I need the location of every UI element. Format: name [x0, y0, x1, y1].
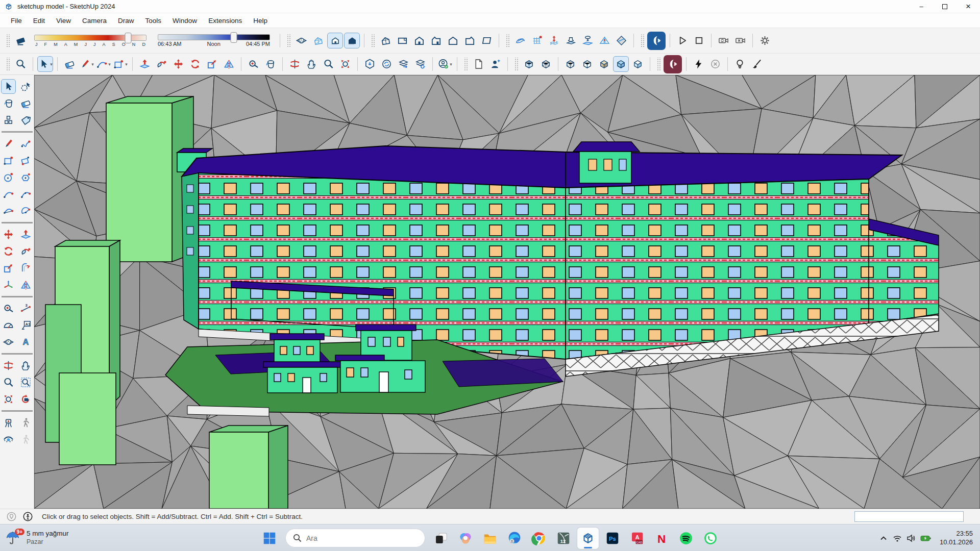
sandbox-from-scratch-button[interactable]: [529, 33, 545, 48]
enscape-settings-button[interactable]: [664, 55, 682, 73]
sandbox-from-contours-button[interactable]: [512, 33, 528, 48]
style-shaded-textures-button[interactable]: [613, 56, 629, 72]
add-detail-button[interactable]: [597, 33, 612, 48]
3d-viewport-canvas[interactable]: [34, 75, 980, 509]
trimble-connect-sync-button[interactable]: [379, 56, 395, 72]
taskbar-clock[interactable]: 23:55 10.01.2026: [940, 530, 973, 547]
time-slider-track[interactable]: [158, 34, 270, 40]
maximize-button[interactable]: [933, 0, 957, 13]
move-tool[interactable]: [1, 227, 16, 242]
tape-measure-tool[interactable]: [1, 301, 16, 316]
flip-edge-button[interactable]: [614, 33, 629, 48]
rotate-tool-button[interactable]: [187, 56, 203, 72]
scale-tool[interactable]: [1, 261, 16, 276]
taskbar-app-autocad[interactable]: [626, 528, 648, 549]
eraser-tool-button[interactable]: [62, 56, 78, 72]
shadow-date-settings-button[interactable]: [293, 33, 309, 48]
animation-play-button[interactable]: [674, 33, 690, 48]
three-point-arc-tool[interactable]: [1, 204, 16, 218]
3d-warehouse-button[interactable]: [362, 56, 378, 72]
close-button[interactable]: ×: [957, 0, 980, 13]
show-shadows-button[interactable]: [327, 33, 343, 48]
rectangle-tool[interactable]: [1, 153, 16, 168]
user-credit-status-icon[interactable]: [23, 512, 33, 521]
toolbar-drag-handle[interactable]: [371, 34, 375, 47]
use-sun-for-shading-button[interactable]: [310, 33, 326, 48]
taskbar-weather-widget[interactable]: 9+ 5 mm yağmur Pazar: [5, 530, 69, 546]
orbit-tool-button[interactable]: [287, 56, 303, 72]
add-collaborator-button[interactable]: [487, 56, 503, 72]
line-tool[interactable]: [1, 136, 16, 151]
search-input[interactable]: [306, 534, 408, 542]
pan-tool[interactable]: [18, 358, 33, 373]
menu-view[interactable]: View: [51, 15, 77, 27]
shadows-on-faces-button[interactable]: [344, 33, 360, 48]
style-hidden-line-button[interactable]: [579, 56, 595, 72]
month-slider-track[interactable]: [34, 35, 146, 41]
flip-tool[interactable]: [18, 278, 33, 292]
toolbar-drag-handle[interactable]: [6, 34, 10, 47]
text-tool[interactable]: [18, 318, 33, 333]
scene-delete-button[interactable]: [732, 33, 748, 48]
circle-tool[interactable]: [1, 170, 16, 185]
make-component-tool[interactable]: [1, 113, 16, 128]
menu-tools[interactable]: Tools: [140, 15, 167, 27]
orbit-tool[interactable]: [1, 358, 16, 373]
menu-edit[interactable]: Edit: [28, 15, 51, 27]
new-document-button[interactable]: [471, 56, 486, 72]
left-view-button[interactable]: [462, 33, 478, 48]
time-slider-thumb[interactable]: [231, 32, 237, 43]
polygon-tool[interactable]: [18, 170, 33, 185]
animation-stop-button[interactable]: [691, 33, 707, 48]
taskbar-app-photoshop[interactable]: [602, 528, 623, 549]
taskbar-app-lumion[interactable]: [553, 528, 574, 549]
settings-button[interactable]: [757, 33, 773, 48]
taskbar-app-file-explorer[interactable]: [479, 528, 501, 549]
style-monochrome-button[interactable]: [630, 56, 646, 72]
materials-brush-button[interactable]: [749, 56, 765, 72]
scene-update-button[interactable]: [716, 33, 731, 48]
toolbar-drag-handle[interactable]: [640, 34, 644, 47]
search-tool-button[interactable]: [13, 56, 29, 72]
front-view-button[interactable]: [411, 33, 427, 48]
back-view-button[interactable]: [445, 33, 461, 48]
taskbar-start-button[interactable]: [259, 528, 280, 549]
taskbar-app-edge[interactable]: [504, 528, 525, 549]
style-back-edges-button[interactable]: [562, 56, 578, 72]
taskbar-app-spotify[interactable]: [675, 528, 697, 549]
geolocation-status-icon[interactable]: [7, 512, 16, 521]
smoove-button[interactable]: [546, 33, 562, 48]
style-wireframe-button[interactable]: [538, 56, 554, 72]
rectangle-tool-button[interactable]: ▾: [112, 56, 128, 72]
style-shaded-button[interactable]: [596, 56, 612, 72]
walk-tool[interactable]: [18, 415, 33, 430]
taskbar-app-netflix[interactable]: [651, 528, 672, 549]
flip-tool-button[interactable]: [221, 56, 237, 72]
pan-tool-button[interactable]: [304, 56, 320, 72]
zoom-tool-button[interactable]: [321, 56, 336, 72]
dropdown-arrow[interactable]: ▾: [91, 62, 94, 67]
freehand-tool[interactable]: [18, 136, 33, 151]
position-camera-tool[interactable]: [1, 415, 16, 430]
menu-window[interactable]: Window: [167, 15, 203, 27]
toolbar-drag-handle[interactable]: [463, 58, 468, 71]
taskbar-app-sketchup[interactable]: [577, 528, 599, 549]
3d-text-tool[interactable]: [18, 335, 33, 349]
taskbar-search[interactable]: [285, 529, 425, 547]
enscape-start-button[interactable]: [647, 32, 666, 50]
stamp-button[interactable]: [563, 33, 579, 48]
toolbar-drag-handle[interactable]: [286, 34, 290, 47]
taskbar-app-copilot[interactable]: [455, 528, 476, 549]
scale-tool-button[interactable]: [204, 56, 220, 72]
menu-file[interactable]: File: [5, 15, 28, 27]
minimize-button[interactable]: –: [910, 0, 933, 13]
offset-tool[interactable]: [18, 261, 33, 276]
drape-button[interactable]: [580, 33, 596, 48]
line-tool-button[interactable]: ▾: [79, 56, 94, 72]
taskbar-app-chrome[interactable]: [528, 528, 550, 549]
shadow-month-slider[interactable]: JFMAMJJASOND: [34, 35, 146, 47]
toolbar-drag-handle[interactable]: [6, 58, 10, 71]
tape-measure-tool-button[interactable]: [246, 56, 261, 72]
wifi-icon[interactable]: [892, 533, 902, 543]
toolbar-drag-handle[interactable]: [656, 58, 660, 71]
